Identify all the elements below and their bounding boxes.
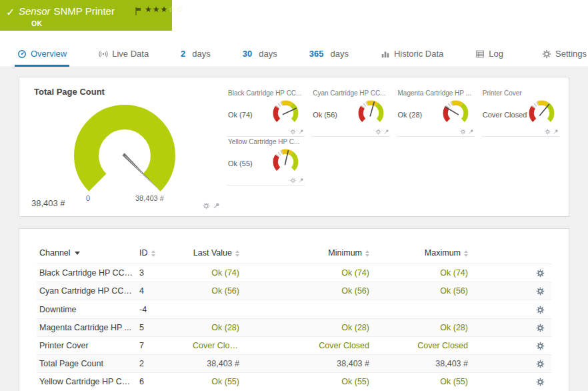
minimum-value: Ok (56) <box>242 282 372 300</box>
status-badge: OK <box>31 19 42 27</box>
maximum-value: Cover Closed <box>372 336 471 354</box>
pin-icon[interactable] <box>383 129 389 135</box>
column-header-minimum[interactable]: Minimum <box>242 245 372 264</box>
minimum-value: Ok (55) <box>242 373 372 391</box>
priority-stars[interactable]: ★★★☆☆ <box>145 5 184 14</box>
tab-365-days-label: days <box>330 49 348 59</box>
gauge-min-label: 0 <box>86 194 90 202</box>
gear-icon <box>542 49 551 59</box>
channel-settings-gear-icon[interactable] <box>536 324 545 332</box>
primary-channel-title: Total Page Count <box>34 87 217 97</box>
tile-title: Magenta Cartridge HP ... <box>398 89 473 97</box>
last-value: Ok (56) <box>190 282 242 300</box>
live-data-icon <box>99 49 108 59</box>
bar-chart-icon <box>381 49 390 59</box>
tab-bar: Overview Live Data 2 days 30 days 365 da… <box>0 43 588 67</box>
tile-magenta-cartridge[interactable]: Magenta Cartridge HP ... Ok (28) <box>397 88 475 137</box>
maximum-value <box>372 300 471 318</box>
tile-title: Printer Cover <box>483 89 558 97</box>
tile-yellow-cartridge[interactable]: Yellow Cartridge HP C... Ok (55) <box>227 137 305 185</box>
table-row: Downtime -4 <box>37 300 551 318</box>
tab-log[interactable]: Log <box>473 43 506 67</box>
minimum-value: Ok (74) <box>242 264 372 282</box>
tab-historic-data[interactable]: Historic Data <box>378 43 446 67</box>
channel-settings-gear-icon[interactable] <box>536 287 545 296</box>
column-header-last-value[interactable]: Last Value <box>190 245 242 264</box>
channel-id: 5 <box>137 318 190 336</box>
sort-icon <box>365 250 369 257</box>
tab-30-days-label: days <box>259 49 277 59</box>
column-header-channel[interactable]: Channel <box>37 245 137 264</box>
tab-live-data[interactable]: Live Data <box>96 43 151 67</box>
table-row: Total Page Count 2 38,403 # 38,403 # 38,… <box>37 355 551 373</box>
maximum-value: 38,403 # <box>372 355 471 373</box>
last-value: 38,403 # <box>190 355 242 373</box>
flag-icon[interactable] <box>135 6 141 18</box>
tile-printer-cover[interactable]: Printer Cover Cover Closed <box>481 88 559 137</box>
channel-settings-gear-icon[interactable] <box>536 269 545 278</box>
tile-black-cartridge[interactable]: Black Cartridge HP CC... Ok (74) <box>227 88 305 137</box>
tab-live-data-label: Live Data <box>112 49 149 59</box>
minimum-value <box>242 300 372 318</box>
tab-30-days-number: 30 <box>243 49 252 59</box>
tab-2-days-number: 2 <box>181 49 185 59</box>
channel-name: Downtime <box>37 300 137 318</box>
channel-id: 7 <box>137 336 190 354</box>
channel-settings-gear-icon[interactable] <box>203 202 210 210</box>
stars-empty: ☆☆ <box>168 5 184 14</box>
primary-gauge-graphic <box>66 97 183 214</box>
tab-overview-label: Overview <box>31 49 67 59</box>
minimum-value: Cover Closed <box>242 336 372 354</box>
title-prefix: Sensor <box>19 5 51 17</box>
channel-settings-gear-icon[interactable] <box>460 129 466 135</box>
tile-title: Cyan Cartridge HP CC... <box>313 89 388 97</box>
tab-2-days[interactable]: 2 days <box>178 43 213 67</box>
channel-id: 6 <box>137 373 190 391</box>
tile-status: Ok (55) <box>228 159 253 167</box>
channel-settings-gear-icon[interactable] <box>290 177 296 183</box>
channel-settings-gear-icon[interactable] <box>536 306 545 314</box>
table-row: Yellow Cartridge HP CC... 6 Ok (55) Ok (… <box>37 373 551 391</box>
channel-gauge-tiles: Black Cartridge HP CC... Ok (74) <box>217 84 561 210</box>
overview-gauge-icon <box>17 49 27 59</box>
pin-icon[interactable] <box>298 129 304 135</box>
log-table-icon <box>475 49 485 59</box>
channel-name: Black Cartridge HP CC5... <box>37 264 137 282</box>
column-header-maximum[interactable]: Maximum <box>372 245 471 264</box>
channel-settings-gear-icon[interactable] <box>536 342 545 350</box>
sensor-header: ✓ SensorSNMP Printer ★★★☆☆ OK <box>0 0 172 31</box>
tab-30-days[interactable]: 30 days <box>240 43 280 67</box>
channel-gauge <box>441 98 471 128</box>
tab-365-days[interactable]: 365 days <box>307 43 351 67</box>
tab-overview[interactable]: Overview <box>15 43 69 67</box>
pin-icon[interactable] <box>553 129 559 135</box>
channel-name: Total Page Count <box>37 355 137 373</box>
tab-historic-data-label: Historic Data <box>394 49 443 59</box>
tile-status: Ok (56) <box>313 111 337 119</box>
column-header-id[interactable]: ID <box>137 245 190 264</box>
sort-desc-icon <box>75 252 80 255</box>
channel-settings-gear-icon[interactable] <box>290 129 296 135</box>
channel-settings-gear-icon[interactable] <box>545 129 551 135</box>
sort-icon <box>464 250 468 257</box>
tile-cyan-cartridge[interactable]: Cyan Cartridge HP CC... Ok (56) <box>311 88 389 137</box>
primary-gauge-current-value: 38,403 # <box>31 198 65 208</box>
channel-gauge <box>527 98 557 128</box>
channel-id: -4 <box>137 300 190 318</box>
channel-settings-gear-icon[interactable] <box>536 378 545 386</box>
pin-icon[interactable] <box>468 129 474 135</box>
last-value: Ok (55) <box>190 373 242 391</box>
tab-365-days-number: 365 <box>309 49 324 59</box>
pin-icon[interactable] <box>298 177 304 183</box>
tab-settings[interactable]: Settings <box>539 43 588 67</box>
channel-table-panel: Channel ID Last Value Minimum Maximum Bl… <box>19 228 569 391</box>
sort-icon <box>151 250 155 257</box>
channel-table: Channel ID Last Value Minimum Maximum Bl… <box>37 245 551 390</box>
pin-icon[interactable] <box>213 202 220 210</box>
sort-icon <box>235 250 239 257</box>
gauge-max-label: 38,403 # <box>135 194 164 202</box>
channel-settings-gear-icon[interactable] <box>536 360 545 368</box>
channel-name: Printer Cover <box>37 336 137 354</box>
channel-settings-gear-icon[interactable] <box>375 129 381 135</box>
channel-gauge <box>271 147 301 177</box>
